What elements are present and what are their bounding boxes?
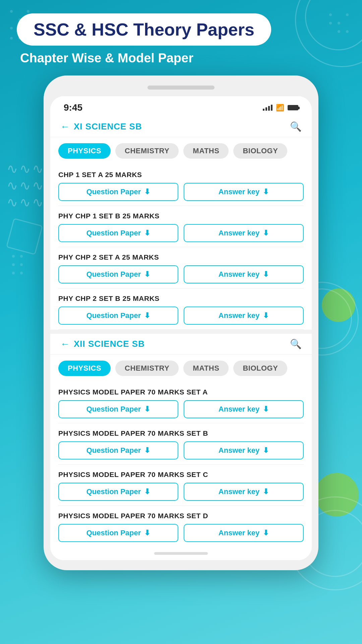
answer-key-label: Answer key <box>219 270 259 279</box>
question-paper-label: Question Paper <box>86 487 141 496</box>
section1-nav-left: ← XI SCIENCE SB <box>60 121 142 132</box>
paper-title: PHY CHP 1 SET B 25 MARKS <box>58 212 304 220</box>
section1-tab-maths[interactable]: MATHS <box>183 143 229 159</box>
paper-buttons: Question Paper ⬇ Answer key ⬇ <box>58 483 304 501</box>
section1-back-arrow[interactable]: ← <box>60 121 70 132</box>
question-paper-label: Question Paper <box>86 270 141 279</box>
section2-back-arrow[interactable]: ← <box>60 339 70 350</box>
answer-key-label: Answer key <box>219 446 259 455</box>
download-icon: ⬇ <box>144 270 150 279</box>
answer-key-label: Answer key <box>219 187 259 196</box>
question-paper-label: Question Paper <box>86 187 141 196</box>
question-paper-button[interactable]: Question Paper ⬇ <box>58 224 178 242</box>
question-paper-button[interactable]: Question Paper ⬇ <box>58 524 178 542</box>
paper-title: PHY CHP 2 SET A 25 MARKS <box>58 253 304 261</box>
answer-key-button[interactable]: Answer key ⬇ <box>184 483 304 501</box>
section2-tab-physics[interactable]: PHYSICS <box>58 361 111 376</box>
app-header: SSC & HSC Theory Papers Chapter Wise & M… <box>0 0 362 75</box>
status-time: 9:45 <box>64 102 82 113</box>
question-paper-label: Question Paper <box>86 311 141 320</box>
signal-icon <box>263 105 273 111</box>
download-icon: ⬇ <box>144 229 150 237</box>
phone-screen: 9:45 📶 ← XI SCIENCE SB 🔍 P <box>50 96 312 560</box>
question-paper-button[interactable]: Question Paper ⬇ <box>58 400 178 418</box>
section2-tab-chemistry[interactable]: CHEMISTRY <box>115 361 179 376</box>
paper-buttons: Question Paper ⬇ Answer key ⬇ <box>58 441 304 460</box>
table-row: PHYSICS MODEL PAPER 70 MARKS SET A Quest… <box>58 382 304 423</box>
paper-buttons: Question Paper ⬇ Answer key ⬇ <box>58 265 304 283</box>
answer-key-label: Answer key <box>219 229 259 237</box>
paper-title: CHP 1 SET A 25 MARKS <box>58 171 304 179</box>
download-icon: ⬇ <box>144 487 150 496</box>
answer-key-button[interactable]: Answer key ⬇ <box>184 400 304 418</box>
paper-title: PHYSICS MODEL PAPER 70 MARKS SET B <box>58 429 304 437</box>
download-icon: ⬇ <box>263 229 269 237</box>
answer-key-button[interactable]: Answer key ⬇ <box>184 183 304 201</box>
question-paper-button[interactable]: Question Paper ⬇ <box>58 307 178 325</box>
paper-title: PHYSICS MODEL PAPER 70 MARKS SET D <box>58 512 304 520</box>
question-paper-button[interactable]: Question Paper ⬇ <box>58 183 178 201</box>
answer-key-label: Answer key <box>219 487 259 496</box>
question-paper-label: Question Paper <box>86 446 141 455</box>
answer-key-label: Answer key <box>219 405 259 414</box>
paper-title: PHY CHP 2 SET B 25 MARKS <box>58 294 304 303</box>
download-icon: ⬇ <box>263 270 269 279</box>
question-paper-button[interactable]: Question Paper ⬇ <box>58 483 178 501</box>
answer-key-button[interactable]: Answer key ⬇ <box>184 307 304 325</box>
section2-nav: ← XII SCIENCE SB 🔍 <box>50 334 312 355</box>
section1-title: XI SCIENCE SB <box>74 121 142 132</box>
answer-key-button[interactable]: Answer key ⬇ <box>184 524 304 542</box>
section1-paper-list: CHP 1 SET A 25 MARKS Question Paper ⬇ An… <box>50 165 312 330</box>
download-icon: ⬇ <box>263 405 269 414</box>
table-row: PHY CHP 2 SET B 25 MARKS Question Paper … <box>58 288 304 330</box>
scroll-bar <box>154 552 208 555</box>
download-icon: ⬇ <box>144 529 150 537</box>
question-paper-label: Question Paper <box>86 405 141 414</box>
app-title: SSC & HSC Theory Papers <box>34 20 254 39</box>
section1-tab-physics[interactable]: PHYSICS <box>58 143 111 159</box>
table-row: PHY CHP 1 SET B 25 MARKS Question Paper … <box>58 206 304 247</box>
phone-notch <box>147 86 215 90</box>
section2-search-button[interactable]: 🔍 <box>290 338 302 350</box>
download-icon: ⬇ <box>263 187 269 196</box>
app-subtitle: Chapter Wise & Model Paper <box>17 51 193 65</box>
phone-frame: 9:45 📶 ← XI SCIENCE SB 🔍 P <box>44 75 318 570</box>
section2-nav-left: ← XII SCIENCE SB <box>60 339 145 350</box>
download-icon: ⬇ <box>263 529 269 537</box>
answer-key-button[interactable]: Answer key ⬇ <box>184 265 304 283</box>
paper-buttons: Question Paper ⬇ Answer key ⬇ <box>58 524 304 542</box>
download-icon: ⬇ <box>144 187 150 196</box>
question-paper-button[interactable]: Question Paper ⬇ <box>58 441 178 460</box>
answer-key-label: Answer key <box>219 311 259 320</box>
section2-tabs: PHYSICS CHEMISTRY MATHS BIOLOGY <box>50 355 312 382</box>
table-row: PHYSICS MODEL PAPER 70 MARKS SET B Quest… <box>58 423 304 465</box>
section1-tab-biology[interactable]: BIOLOGY <box>233 143 287 159</box>
paper-buttons: Question Paper ⬇ Answer key ⬇ <box>58 307 304 325</box>
answer-key-button[interactable]: Answer key ⬇ <box>184 441 304 460</box>
download-icon: ⬇ <box>263 446 269 455</box>
download-icon: ⬇ <box>144 446 150 455</box>
answer-key-label: Answer key <box>219 529 259 537</box>
table-row: PHYSICS MODEL PAPER 70 MARKS SET C Quest… <box>58 465 304 506</box>
section2-tab-maths[interactable]: MATHS <box>183 361 229 376</box>
wifi-icon: 📶 <box>276 104 284 112</box>
section1-tabs: PHYSICS CHEMISTRY MATHS BIOLOGY <box>50 137 312 165</box>
question-paper-button[interactable]: Question Paper ⬇ <box>58 265 178 283</box>
answer-key-button[interactable]: Answer key ⬇ <box>184 224 304 242</box>
section2-tab-biology[interactable]: BIOLOGY <box>233 361 287 376</box>
scroll-indicator-area <box>50 547 312 560</box>
section2-paper-list: PHYSICS MODEL PAPER 70 MARKS SET A Quest… <box>50 382 312 547</box>
download-icon: ⬇ <box>144 311 150 320</box>
paper-title: PHYSICS MODEL PAPER 70 MARKS SET C <box>58 471 304 479</box>
paper-buttons: Question Paper ⬇ Answer key ⬇ <box>58 183 304 201</box>
battery-icon <box>288 105 298 110</box>
section1-search-button[interactable]: 🔍 <box>290 121 302 132</box>
section1-tab-chemistry[interactable]: CHEMISTRY <box>115 143 179 159</box>
paper-title: PHYSICS MODEL PAPER 70 MARKS SET A <box>58 388 304 396</box>
status-icons: 📶 <box>263 104 298 112</box>
table-row: PHY CHP 2 SET A 25 MARKS Question Paper … <box>58 247 304 288</box>
section-divider <box>50 330 312 334</box>
question-paper-label: Question Paper <box>86 529 141 537</box>
table-row: PHYSICS MODEL PAPER 70 MARKS SET D Quest… <box>58 506 304 547</box>
header-title-box: SSC & HSC Theory Papers <box>17 13 271 46</box>
